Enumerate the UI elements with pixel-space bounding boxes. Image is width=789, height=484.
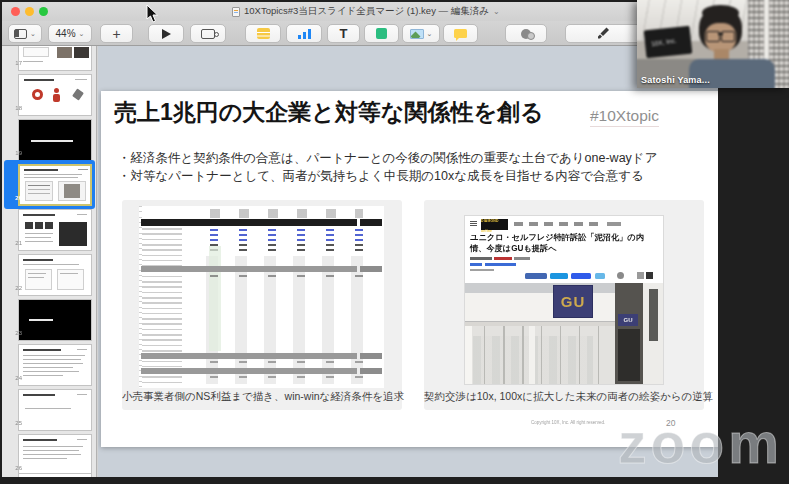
gu-sign: GU — [553, 285, 593, 318]
shape-icon — [376, 28, 387, 39]
slide-thumbnail-row[interactable]: 25 — [2, 389, 97, 434]
shape-button[interactable] — [364, 24, 399, 43]
spreadsheet-figure[interactable]: 小売事業者側のNS利益まで描き、win-winな経済条件を追求 — [122, 200, 402, 410]
slide-23-thumbnail[interactable] — [18, 299, 92, 341]
slide-thumbnail-row-selected[interactable]: 20 — [2, 164, 97, 209]
slide-thumbnail-row[interactable]: 17 — [2, 46, 97, 74]
view-icon — [14, 29, 27, 39]
slide-thumbnail-row[interactable]: 18 — [2, 74, 97, 119]
slide-thumbnail-row[interactable]: 26 — [2, 434, 97, 477]
gu-sign-small: GU — [618, 314, 638, 326]
text-icon: T — [340, 26, 348, 41]
play-icon — [162, 29, 171, 39]
plus-icon: + — [112, 26, 120, 42]
article-nav-right — [607, 222, 621, 226]
participant-video[interactable]: 10X, Inc. Satoshi Yama... — [637, 0, 789, 88]
article-categories — [470, 263, 516, 266]
article-figure[interactable]: DIAMOND online ユニクロ・セルフレジ特許訴訟「泥沼化」の内情、今度… — [424, 200, 704, 410]
slide-title[interactable]: 売上1兆円の大企業と対等な関係性を創る — [114, 97, 544, 128]
collaborate-button[interactable] — [505, 24, 547, 43]
slide-thumbnail-row[interactable] — [2, 473, 97, 477]
document-icon — [232, 7, 240, 17]
display-icon — [201, 29, 215, 39]
media-icon — [410, 29, 424, 39]
chart-button[interactable] — [286, 24, 322, 43]
title-menu-arrow-icon: ⌄ — [493, 7, 500, 16]
slide-thumbnail-row[interactable]: 21 — [2, 209, 97, 254]
slide-number: 26 — [10, 464, 22, 471]
article-byline — [470, 257, 530, 260]
comment-button[interactable] — [443, 24, 478, 43]
zoom-window-button[interactable] — [39, 7, 48, 16]
text-button[interactable]: T — [327, 24, 360, 43]
slide-bullet-1[interactable]: ・経済条件と契約条件の合意は、パートナーとの今後の関係性の重要な土台でありone… — [118, 150, 657, 167]
zoom-watermark: zoom — [618, 410, 783, 476]
slide-thumbnail-row[interactable]: 23 — [2, 299, 97, 344]
slide-number: 22 — [10, 284, 22, 291]
diamond-online-logo: DIAMOND online — [481, 219, 508, 230]
current-slide: 売上1兆円の大企業と対等な関係性を創る #10Xtopic ・経済条件と契約条件… — [101, 91, 718, 447]
zoom-app: 10XTopics#3当日スライド全員マージ (1).key — 編集済み ⌄ … — [0, 0, 789, 484]
zoom-level-value: 44% — [56, 28, 76, 39]
slide-hashtag[interactable]: #10Xtopic — [590, 107, 659, 127]
play-button[interactable] — [148, 24, 184, 43]
window-title-text: 10XTopics#3当日スライド全員マージ (1).key — 編集済み — [244, 5, 489, 18]
close-window-button[interactable] — [11, 7, 20, 16]
slide-number: 18 — [10, 104, 22, 111]
slide-26-thumbnail[interactable] — [18, 434, 92, 476]
collaborate-icon — [521, 29, 531, 39]
format-button[interactable] — [565, 24, 642, 43]
window-title[interactable]: 10XTopics#3当日スライド全員マージ (1).key — 編集済み ⌄ — [232, 5, 500, 18]
slide-21-thumbnail[interactable] — [18, 209, 92, 251]
comment-icon — [454, 29, 467, 38]
slide-22-thumbnail[interactable] — [18, 254, 92, 296]
slide-bullet-2[interactable]: ・対等なパートナーとして、両者が気持ちよく中長期の10xな成長を目指せる内容で合… — [118, 168, 644, 185]
slide-thumbnail-row[interactable]: 24 — [2, 344, 97, 389]
chart-icon — [298, 28, 311, 39]
mouse-cursor — [146, 4, 159, 23]
menu-icon — [470, 221, 477, 226]
slide-number: 24 — [10, 374, 22, 381]
format-brush-icon — [596, 26, 611, 41]
slide-thumbnail-row[interactable]: 19 — [2, 119, 97, 164]
font-size-icon — [637, 272, 644, 279]
news-article-image: DIAMOND online ユニクロ・セルフレジ特許訴訟「泥沼化」の内情、今度… — [464, 215, 664, 385]
slide-18-thumbnail[interactable] — [18, 74, 92, 116]
article-headline: ユニクロ・セルフレジ特許訴訟「泥沼化」の内情、今度はGUも提訴へ — [470, 233, 660, 254]
article-date — [470, 269, 494, 271]
table-icon — [257, 28, 270, 39]
slide-number: 20 — [10, 194, 22, 201]
keynote-toolbar: ⌄ 44%⌄ + T — [2, 21, 718, 46]
minimize-window-button[interactable] — [25, 7, 34, 16]
share-count — [595, 273, 605, 279]
slide-24-thumbnail[interactable] — [18, 344, 92, 386]
window-titlebar[interactable]: 10XTopics#3当日スライド全員マージ (1).key — 編集済み ⌄ — [2, 2, 718, 21]
slide-17-thumbnail[interactable] — [18, 46, 92, 71]
slide-footer: Copyright 10X, Inc. All right reserved. — [531, 420, 621, 425]
keynote-content: 17 18 1 — [2, 46, 718, 477]
presenter-display-button[interactable] — [190, 24, 226, 43]
share-button — [571, 273, 591, 279]
slide-number: 25 — [10, 419, 22, 426]
table-button[interactable] — [245, 24, 281, 43]
print-icon — [617, 272, 624, 279]
slide-27-thumbnail[interactable] — [18, 473, 92, 477]
slide-number: 19 — [10, 149, 22, 156]
participant-name-label: Satoshi Yama... — [641, 75, 710, 85]
slide-20-thumbnail[interactable] — [18, 164, 92, 206]
add-slide-button[interactable]: + — [100, 24, 133, 43]
monitor-text: 10X, Inc. — [651, 37, 677, 48]
twitter-share-button — [550, 273, 568, 279]
zoom-level-button[interactable]: 44%⌄ — [48, 24, 92, 43]
slide-number: 21 — [10, 239, 22, 246]
view-button[interactable]: ⌄ — [8, 24, 42, 43]
left-figure-caption: 小売事業者側のNS利益まで描き、win-winな経済条件を追求 — [122, 390, 402, 404]
article-nav — [514, 222, 600, 226]
slide-thumbnail-row[interactable]: 22 — [2, 254, 97, 299]
keynote-window: 10XTopics#3当日スライド全員マージ (1).key — 編集済み ⌄ … — [2, 2, 718, 477]
slide-25-thumbnail[interactable] — [18, 389, 92, 431]
slide-19-thumbnail[interactable] — [18, 119, 92, 161]
media-button[interactable]: ⌄ — [402, 24, 440, 43]
facebook-share-button — [525, 273, 547, 279]
spreadsheet-image — [139, 206, 384, 388]
